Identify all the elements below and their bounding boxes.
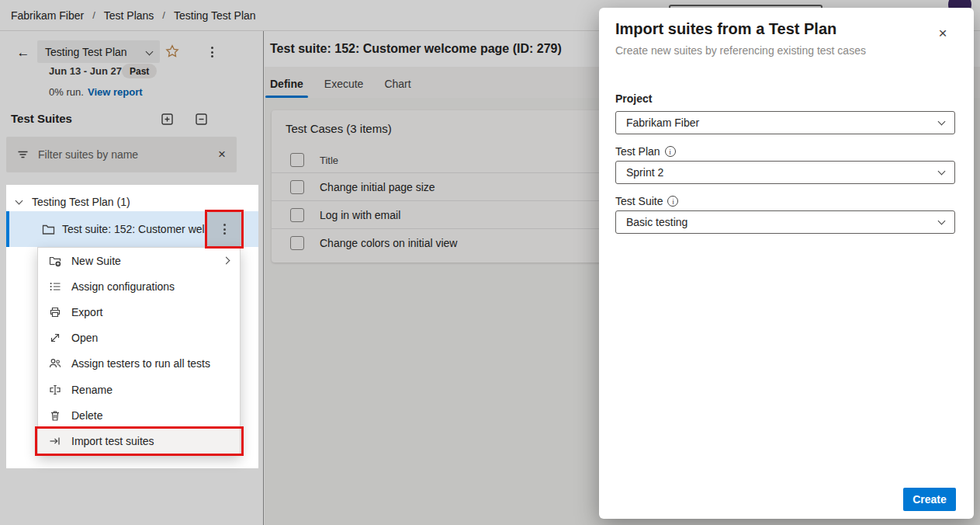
create-button[interactable]: Create	[903, 488, 956, 511]
dialog-subtitle: Create new suites by referencing existin…	[615, 44, 866, 57]
info-icon[interactable]: i	[665, 146, 676, 157]
menu-item-label: Assign testers to run all tests	[71, 357, 229, 370]
tree-selected-label: Test suite: 152: Customer wel... ...	[62, 223, 226, 235]
menu-item-new-suite[interactable]: New Suite	[38, 248, 240, 273]
chevron-down-icon	[938, 168, 946, 176]
import-icon	[49, 435, 61, 447]
menu-item-assign-configurations[interactable]: Assign configurations	[38, 273, 240, 299]
dialog-title: Import suites from a Test Plan	[615, 20, 836, 38]
export-icon	[49, 306, 61, 318]
menu-item-label: Open	[71, 332, 229, 344]
tree-selected-suite-row[interactable]: Test suite: 152: Customer wel... ...	[6, 211, 258, 247]
project-label: Project	[615, 92, 652, 105]
kebab-icon	[217, 221, 231, 237]
test-plan-dropdown-value: Sprint 2	[626, 166, 939, 179]
menu-item-label: Assign configurations	[71, 280, 229, 293]
suite-context-menu: New Suite Assign configurations Export O…	[37, 247, 241, 455]
test-suite-dropdown[interactable]: Basic testing	[615, 210, 955, 234]
tree-root-label: Testing Test Plan (1)	[32, 196, 130, 208]
tree-root-row[interactable]: Testing Test Plan (1)	[6, 191, 258, 213]
menu-item-rename[interactable]: Rename	[38, 377, 240, 402]
chevron-down-icon	[938, 118, 946, 126]
new-suite-icon	[49, 255, 61, 267]
rename-icon	[49, 384, 61, 396]
menu-item-export[interactable]: Export	[38, 299, 240, 325]
open-icon	[49, 332, 61, 344]
delete-icon	[49, 409, 61, 422]
info-icon[interactable]: i	[667, 196, 678, 207]
close-icon[interactable]: ×	[934, 25, 951, 42]
assign-testers-icon	[49, 357, 61, 370]
menu-item-label: Export	[71, 306, 229, 318]
menu-item-import-test-suites[interactable]: Import test suites	[38, 428, 240, 454]
test-suite-label: Test Suite i	[615, 195, 678, 207]
chevron-down-icon[interactable]	[16, 197, 23, 205]
chevron-down-icon	[938, 217, 946, 225]
suite-more-options-button[interactable]	[207, 212, 241, 246]
menu-item-label: Import test suites	[71, 435, 229, 447]
test-suite-dropdown-value: Basic testing	[626, 216, 939, 228]
suite-tree-popup-region: Testing Test Plan (1) Test suite: 152: C…	[6, 185, 258, 468]
project-label-text: Project	[615, 92, 652, 105]
menu-item-label: Rename	[71, 384, 229, 396]
menu-item-assign-testers[interactable]: Assign testers to run all tests	[38, 351, 240, 377]
menu-item-label: New Suite	[71, 255, 223, 267]
test-plan-label: Test Plan i	[615, 145, 676, 158]
test-plan-dropdown[interactable]: Sprint 2	[615, 161, 955, 184]
project-dropdown-value: Fabrikam Fiber	[626, 116, 939, 129]
project-dropdown[interactable]: Fabrikam Fiber	[615, 111, 955, 134]
folder-icon	[42, 224, 55, 235]
test-plan-label-text: Test Plan	[615, 145, 660, 158]
test-suite-label-text: Test Suite	[615, 195, 663, 207]
menu-item-open[interactable]: Open	[38, 325, 240, 351]
import-suites-dialog: Import suites from a Test Plan Create ne…	[599, 8, 974, 519]
assign-configurations-icon	[49, 280, 61, 293]
chevron-right-icon	[223, 257, 230, 265]
menu-item-delete[interactable]: Delete	[38, 402, 240, 428]
menu-item-label: Delete	[71, 409, 229, 422]
